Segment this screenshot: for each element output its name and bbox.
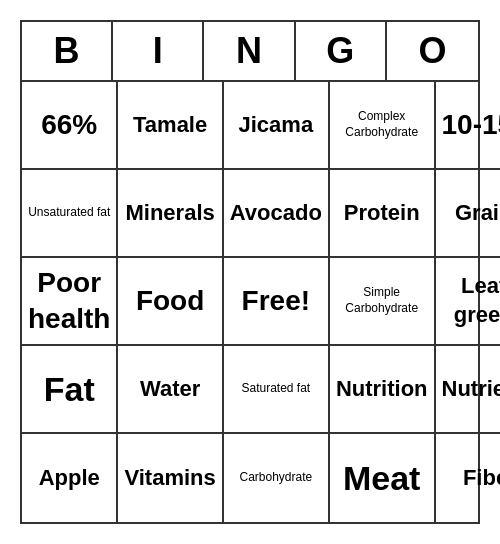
cell-r1-c4: Grains bbox=[436, 170, 500, 258]
cell-r0-c4: 10-15% bbox=[436, 82, 500, 170]
cell-r3-c0: Fat bbox=[22, 346, 118, 434]
cell-text-r4-c4: Fiber bbox=[463, 464, 500, 493]
cell-r2-c0: Poor health bbox=[22, 258, 118, 346]
bingo-grid: 66%TamaleJicamaComplex Carbohydrate10-15… bbox=[22, 82, 478, 522]
bingo-card: BINGO 66%TamaleJicamaComplex Carbohydrat… bbox=[20, 20, 480, 524]
cell-r0-c1: Tamale bbox=[118, 82, 223, 170]
cell-r3-c4: Nutrients bbox=[436, 346, 500, 434]
cell-text-r2-c4: Leafy greens bbox=[442, 272, 500, 329]
cell-r0-c3: Complex Carbohydrate bbox=[330, 82, 436, 170]
cell-r1-c3: Protein bbox=[330, 170, 436, 258]
cell-text-r1-c0: Unsaturated fat bbox=[28, 205, 110, 221]
cell-text-r4-c0: Apple bbox=[39, 464, 100, 493]
cell-text-r3-c0: Fat bbox=[44, 367, 95, 411]
cell-text-r0-c2: Jicama bbox=[239, 111, 314, 140]
header-letter-G: G bbox=[296, 22, 387, 80]
cell-r4-c2: Carbohydrate bbox=[224, 434, 330, 522]
cell-text-r2-c1: Food bbox=[136, 283, 204, 319]
cell-r2-c3: Simple Carbohydrate bbox=[330, 258, 436, 346]
cell-text-r0-c3: Complex Carbohydrate bbox=[336, 109, 428, 140]
cell-text-r3-c2: Saturated fat bbox=[241, 381, 310, 397]
cell-r2-c4: Leafy greens bbox=[436, 258, 500, 346]
cell-text-r0-c4: 10-15% bbox=[442, 107, 500, 143]
cell-text-r1-c3: Protein bbox=[344, 199, 420, 228]
cell-r3-c3: Nutrition bbox=[330, 346, 436, 434]
bingo-header: BINGO bbox=[22, 22, 478, 82]
cell-text-r1-c4: Grains bbox=[455, 199, 500, 228]
cell-r3-c2: Saturated fat bbox=[224, 346, 330, 434]
header-letter-I: I bbox=[113, 22, 204, 80]
cell-r1-c1: Minerals bbox=[118, 170, 223, 258]
cell-r4-c0: Apple bbox=[22, 434, 118, 522]
cell-text-r2-c2: Free! bbox=[242, 283, 310, 319]
cell-r1-c2: Avocado bbox=[224, 170, 330, 258]
cell-r4-c3: Meat bbox=[330, 434, 436, 522]
cell-text-r3-c3: Nutrition bbox=[336, 375, 428, 404]
cell-r4-c4: Fiber bbox=[436, 434, 500, 522]
cell-r1-c0: Unsaturated fat bbox=[22, 170, 118, 258]
cell-text-r1-c2: Avocado bbox=[230, 199, 322, 228]
cell-text-r4-c1: Vitamins bbox=[124, 464, 215, 493]
cell-text-r1-c1: Minerals bbox=[125, 199, 214, 228]
cell-r3-c1: Water bbox=[118, 346, 223, 434]
header-letter-O: O bbox=[387, 22, 478, 80]
cell-text-r0-c1: Tamale bbox=[133, 111, 207, 140]
cell-text-r4-c3: Meat bbox=[343, 456, 420, 500]
cell-r2-c1: Food bbox=[118, 258, 223, 346]
header-letter-B: B bbox=[22, 22, 113, 80]
cell-r0-c0: 66% bbox=[22, 82, 118, 170]
cell-r0-c2: Jicama bbox=[224, 82, 330, 170]
cell-text-r2-c0: Poor health bbox=[28, 265, 110, 338]
cell-text-r0-c0: 66% bbox=[41, 107, 97, 143]
header-letter-N: N bbox=[204, 22, 295, 80]
cell-text-r3-c1: Water bbox=[140, 375, 200, 404]
cell-text-r3-c4: Nutrients bbox=[442, 375, 500, 404]
cell-text-r4-c2: Carbohydrate bbox=[239, 470, 312, 486]
cell-r2-c2: Free! bbox=[224, 258, 330, 346]
cell-text-r2-c3: Simple Carbohydrate bbox=[336, 285, 428, 316]
cell-r4-c1: Vitamins bbox=[118, 434, 223, 522]
